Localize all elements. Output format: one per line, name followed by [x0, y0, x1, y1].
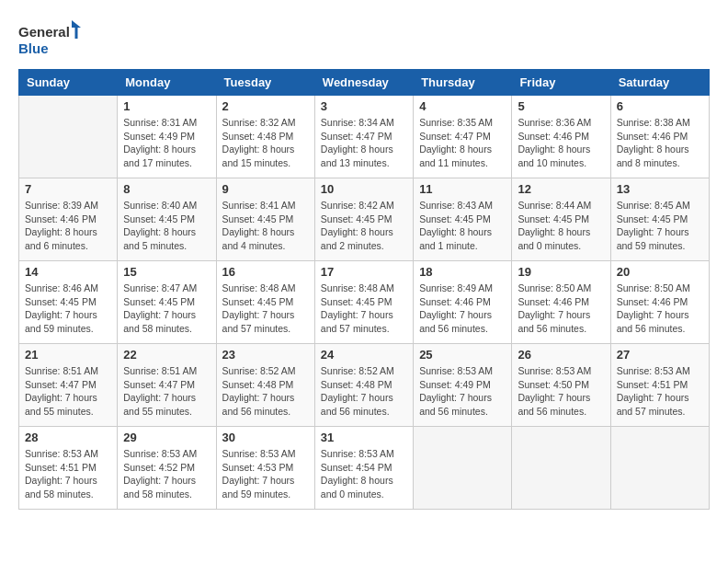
- calendar-cell: 7Sunrise: 8:39 AMSunset: 4:46 PMDaylight…: [19, 178, 118, 261]
- day-number: 1: [123, 99, 210, 113]
- day-info: Sunrise: 8:47 AMSunset: 4:45 PMDaylight:…: [123, 282, 210, 336]
- calendar-cell: 15Sunrise: 8:47 AMSunset: 4:45 PMDayligh…: [118, 261, 216, 344]
- calendar-cell: 27Sunrise: 8:53 AMSunset: 4:51 PMDayligh…: [610, 344, 709, 427]
- calendar-cell: 8Sunrise: 8:40 AMSunset: 4:45 PMDaylight…: [118, 178, 216, 261]
- day-number: 13: [617, 182, 703, 196]
- calendar-cell: 10Sunrise: 8:42 AMSunset: 4:45 PMDayligh…: [314, 178, 413, 261]
- day-info: Sunrise: 8:46 AMSunset: 4:45 PMDaylight:…: [25, 282, 111, 336]
- calendar-cell: 23Sunrise: 8:52 AMSunset: 4:48 PMDayligh…: [216, 344, 314, 427]
- day-info: Sunrise: 8:39 AMSunset: 4:46 PMDaylight:…: [25, 199, 111, 253]
- calendar-cell: 21Sunrise: 8:51 AMSunset: 4:47 PMDayligh…: [19, 344, 118, 427]
- day-info: Sunrise: 8:40 AMSunset: 4:45 PMDaylight:…: [123, 199, 210, 253]
- day-number: 24: [321, 348, 407, 362]
- day-number: 19: [518, 265, 604, 279]
- calendar-cell: 5Sunrise: 8:36 AMSunset: 4:46 PMDaylight…: [512, 96, 610, 178]
- day-number: 12: [518, 182, 604, 196]
- day-number: 31: [321, 431, 407, 444]
- day-number: 14: [25, 265, 111, 279]
- calendar-cell: [19, 96, 118, 178]
- header-friday: Friday: [512, 70, 610, 96]
- calendar-cell: 2Sunrise: 8:32 AMSunset: 4:48 PMDaylight…: [216, 96, 314, 178]
- day-info: Sunrise: 8:50 AMSunset: 4:46 PMDaylight:…: [518, 282, 604, 336]
- day-info: Sunrise: 8:32 AMSunset: 4:48 PMDaylight:…: [222, 116, 309, 170]
- day-number: 28: [25, 431, 111, 444]
- day-info: Sunrise: 8:31 AMSunset: 4:49 PMDaylight:…: [123, 116, 210, 170]
- header-sunday: Sunday: [19, 70, 118, 96]
- calendar-cell: 30Sunrise: 8:53 AMSunset: 4:53 PMDayligh…: [216, 427, 314, 510]
- day-number: 18: [419, 265, 506, 279]
- day-number: 10: [321, 182, 407, 196]
- calendar-cell: 11Sunrise: 8:43 AMSunset: 4:45 PMDayligh…: [414, 178, 512, 261]
- day-info: Sunrise: 8:52 AMSunset: 4:48 PMDaylight:…: [222, 364, 309, 419]
- day-number: 7: [25, 182, 111, 196]
- day-info: Sunrise: 8:52 AMSunset: 4:48 PMDaylight:…: [321, 364, 407, 419]
- day-info: Sunrise: 8:51 AMSunset: 4:47 PMDaylight:…: [123, 364, 210, 419]
- day-info: Sunrise: 8:41 AMSunset: 4:45 PMDaylight:…: [222, 199, 309, 253]
- week-row-2: 7Sunrise: 8:39 AMSunset: 4:46 PMDaylight…: [19, 178, 710, 261]
- header-saturday: Saturday: [610, 70, 709, 96]
- logo-svg: General Blue: [18, 18, 83, 60]
- day-number: 4: [419, 99, 506, 113]
- calendar-cell: 28Sunrise: 8:53 AMSunset: 4:51 PMDayligh…: [19, 427, 118, 510]
- calendar-cell: [610, 427, 709, 510]
- day-info: Sunrise: 8:45 AMSunset: 4:45 PMDaylight:…: [617, 199, 703, 253]
- calendar-cell: 1Sunrise: 8:31 AMSunset: 4:49 PMDaylight…: [118, 96, 216, 178]
- day-number: 22: [123, 348, 210, 362]
- calendar-cell: 29Sunrise: 8:53 AMSunset: 4:52 PMDayligh…: [118, 427, 216, 510]
- day-info: Sunrise: 8:49 AMSunset: 4:46 PMDaylight:…: [419, 282, 506, 336]
- header-wednesday: Wednesday: [314, 70, 413, 96]
- day-info: Sunrise: 8:51 AMSunset: 4:47 PMDaylight:…: [25, 364, 111, 419]
- svg-text:Blue: Blue: [18, 40, 49, 56]
- calendar-cell: 14Sunrise: 8:46 AMSunset: 4:45 PMDayligh…: [19, 261, 118, 344]
- day-number: 9: [222, 182, 309, 196]
- day-number: 25: [419, 348, 506, 362]
- day-number: 15: [123, 265, 210, 279]
- day-number: 20: [617, 265, 703, 279]
- day-info: Sunrise: 8:48 AMSunset: 4:45 PMDaylight:…: [222, 282, 309, 336]
- svg-marker-2: [72, 20, 81, 28]
- header-monday: Monday: [118, 70, 216, 96]
- week-row-1: 1Sunrise: 8:31 AMSunset: 4:49 PMDaylight…: [19, 96, 710, 178]
- calendar-cell: 3Sunrise: 8:34 AMSunset: 4:47 PMDaylight…: [314, 96, 413, 178]
- day-number: 6: [617, 99, 703, 113]
- day-info: Sunrise: 8:34 AMSunset: 4:47 PMDaylight:…: [321, 116, 407, 170]
- week-row-5: 28Sunrise: 8:53 AMSunset: 4:51 PMDayligh…: [19, 427, 710, 510]
- day-number: 30: [222, 431, 309, 444]
- day-info: Sunrise: 8:48 AMSunset: 4:45 PMDaylight:…: [321, 282, 407, 336]
- day-info: Sunrise: 8:53 AMSunset: 4:52 PMDaylight:…: [123, 447, 210, 501]
- day-number: 21: [25, 348, 111, 362]
- day-info: Sunrise: 8:36 AMSunset: 4:46 PMDaylight:…: [518, 116, 604, 170]
- header-thursday: Thursday: [414, 70, 512, 96]
- calendar-cell: 17Sunrise: 8:48 AMSunset: 4:45 PMDayligh…: [314, 261, 413, 344]
- day-info: Sunrise: 8:53 AMSunset: 4:53 PMDaylight:…: [222, 447, 309, 501]
- header-tuesday: Tuesday: [216, 70, 314, 96]
- week-row-4: 21Sunrise: 8:51 AMSunset: 4:47 PMDayligh…: [19, 344, 710, 427]
- day-number: 29: [123, 431, 210, 444]
- day-info: Sunrise: 8:53 AMSunset: 4:54 PMDaylight:…: [321, 447, 407, 501]
- day-info: Sunrise: 8:53 AMSunset: 4:50 PMDaylight:…: [518, 364, 604, 419]
- day-info: Sunrise: 8:43 AMSunset: 4:45 PMDaylight:…: [419, 199, 506, 253]
- day-info: Sunrise: 8:35 AMSunset: 4:47 PMDaylight:…: [419, 116, 506, 170]
- calendar-cell: 6Sunrise: 8:38 AMSunset: 4:46 PMDaylight…: [610, 96, 709, 178]
- day-number: 27: [617, 348, 703, 362]
- calendar-cell: 31Sunrise: 8:53 AMSunset: 4:54 PMDayligh…: [314, 427, 413, 510]
- day-number: 2: [222, 99, 309, 113]
- svg-text:General: General: [18, 24, 70, 40]
- day-number: 26: [518, 348, 604, 362]
- day-number: 16: [222, 265, 309, 279]
- calendar-cell: 20Sunrise: 8:50 AMSunset: 4:46 PMDayligh…: [610, 261, 709, 344]
- calendar-cell: 16Sunrise: 8:48 AMSunset: 4:45 PMDayligh…: [216, 261, 314, 344]
- day-info: Sunrise: 8:44 AMSunset: 4:45 PMDaylight:…: [518, 199, 604, 253]
- calendar-cell: 25Sunrise: 8:53 AMSunset: 4:49 PMDayligh…: [414, 344, 512, 427]
- day-info: Sunrise: 8:42 AMSunset: 4:45 PMDaylight:…: [321, 199, 407, 253]
- page-header: General Blue: [18, 18, 710, 60]
- day-info: Sunrise: 8:53 AMSunset: 4:51 PMDaylight:…: [617, 364, 703, 419]
- calendar-cell: 19Sunrise: 8:50 AMSunset: 4:46 PMDayligh…: [512, 261, 610, 344]
- calendar-cell: 24Sunrise: 8:52 AMSunset: 4:48 PMDayligh…: [314, 344, 413, 427]
- calendar-cell: 12Sunrise: 8:44 AMSunset: 4:45 PMDayligh…: [512, 178, 610, 261]
- day-number: 5: [518, 99, 604, 113]
- day-info: Sunrise: 8:50 AMSunset: 4:46 PMDaylight:…: [617, 282, 703, 336]
- week-row-3: 14Sunrise: 8:46 AMSunset: 4:45 PMDayligh…: [19, 261, 710, 344]
- day-number: 17: [321, 265, 407, 279]
- calendar-cell: 13Sunrise: 8:45 AMSunset: 4:45 PMDayligh…: [610, 178, 709, 261]
